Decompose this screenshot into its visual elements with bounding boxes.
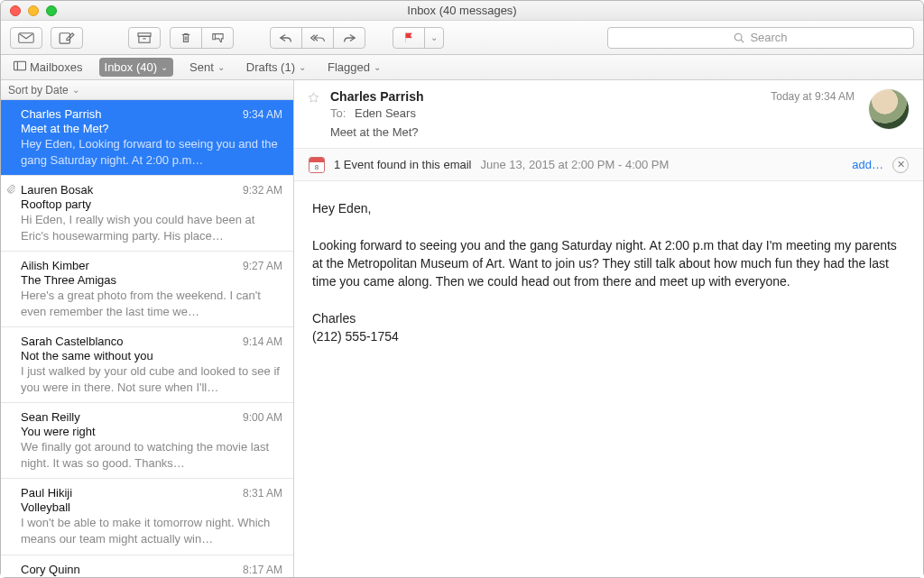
chevron-down-icon: ⌄ (161, 62, 168, 72)
reader-header: Charles Parrish Today at 9:34 AM To: Ede… (294, 80, 923, 149)
message-time: 9:32 AM (243, 184, 282, 197)
fav-flagged[interactable]: Flagged ⌄ (322, 58, 386, 77)
app-window: Inbox (40 messages) (0, 0, 924, 578)
message-from: Lauren Bosak (21, 183, 93, 197)
window-title: Inbox (40 messages) (407, 4, 516, 17)
svg-rect-7 (14, 61, 25, 70)
fav-inbox[interactable]: Inbox (40) ⌄ (99, 58, 174, 77)
reader-sender: Charles Parrish (330, 89, 424, 104)
message-row[interactable]: Ailish Kimber9:27 AMThe Three AmigasHere… (1, 252, 293, 327)
event-add-link[interactable]: add… (852, 158, 883, 171)
reader-date: Today at 9:34 AM (771, 90, 855, 103)
sender-avatar[interactable] (869, 89, 909, 129)
message-row[interactable]: Sarah Castelblanco9:14 AMNot the same wi… (1, 327, 293, 403)
message-row[interactable]: Cory Quinn8:17 AM (1, 555, 293, 577)
message-list-pane: Sort by Date ⌄ Charles Parrish9:34 AMMee… (1, 80, 294, 577)
fav-drafts[interactable]: Drafts (1) ⌄ (241, 58, 311, 77)
get-mail-button[interactable] (10, 27, 42, 49)
fav-flagged-label: Flagged (328, 60, 370, 74)
message-subject: Volleyball (21, 500, 282, 514)
svg-rect-1 (60, 32, 69, 42)
flag-menu-button[interactable]: ⌄ (424, 27, 444, 49)
event-time: June 13, 2015 at 2:00 PM - 4:00 PM (480, 158, 669, 171)
message-from: Cory Quinn (21, 563, 80, 576)
message-preview: Here's a great photo from the weekend. I… (21, 288, 282, 319)
main-split: Sort by Date ⌄ Charles Parrish9:34 AMMee… (1, 80, 923, 577)
archive-button[interactable] (128, 27, 161, 49)
message-row[interactable]: Charles Parrish9:34 AMMeet at the Met?He… (1, 100, 293, 176)
close-window-button[interactable] (10, 5, 21, 16)
reader-to: Eden Sears (355, 106, 416, 120)
message-from: Paul Hikiji (21, 486, 72, 500)
message-time: 8:17 AM (243, 564, 282, 576)
sidebar-icon (14, 60, 26, 74)
chevron-down-icon: ⌄ (299, 62, 306, 72)
compose-button[interactable] (51, 27, 83, 49)
mailboxes-toggle[interactable]: Mailboxes (8, 58, 88, 77)
message-from: Ailish Kimber (21, 259, 89, 272)
fav-inbox-label: Inbox (40) (105, 60, 158, 74)
sort-bar[interactable]: Sort by Date ⌄ (1, 80, 293, 100)
message-list: Charles Parrish9:34 AMMeet at the Met?He… (1, 100, 293, 577)
reader-pane: Charles Parrish Today at 9:34 AM To: Ede… (294, 80, 923, 577)
toolbar: ⌄ Search (1, 21, 923, 55)
message-time: 9:00 AM (243, 411, 282, 424)
close-icon: ✕ (897, 159, 905, 170)
envelope-icon (18, 32, 34, 44)
message-subject: Rooftop party (21, 197, 282, 211)
fav-sent-label: Sent (189, 60, 214, 74)
forward-icon (341, 32, 357, 44)
event-dismiss-button[interactable]: ✕ (892, 157, 909, 173)
compose-icon (59, 32, 75, 44)
reader-body: Hey Eden, Looking forward to seeing you … (294, 181, 923, 363)
reply-all-icon (310, 32, 326, 44)
message-from: Charles Parrish (21, 107, 102, 121)
message-preview: We finally got around to watching the mo… (21, 439, 282, 471)
search-placeholder: Search (750, 31, 787, 44)
window-controls (10, 5, 57, 16)
event-label: 1 Event found in this email (334, 158, 471, 171)
minimize-window-button[interactable] (28, 5, 39, 16)
zoom-window-button[interactable] (46, 5, 57, 16)
forward-button[interactable] (333, 27, 365, 49)
message-preview: Hey Eden, Looking forward to seeing you … (21, 136, 282, 168)
star-outline-icon (307, 91, 320, 105)
titlebar: Inbox (40 messages) (1, 1, 923, 21)
reply-icon (278, 32, 294, 44)
message-from: Sean Reilly (21, 410, 80, 424)
trash-icon (178, 32, 194, 44)
message-time: 9:14 AM (243, 335, 282, 348)
message-subject: Meet at the Met? (21, 122, 282, 135)
junk-button[interactable] (201, 27, 234, 49)
message-preview: I just walked by your old cube and looke… (21, 363, 282, 395)
reply-button[interactable] (270, 27, 302, 49)
attachment-icon (5, 184, 16, 197)
message-subject: Not the same without you (21, 349, 282, 362)
archive-icon (136, 32, 152, 44)
sort-label: Sort by Date (8, 84, 69, 96)
delete-button[interactable] (170, 27, 202, 49)
message-time: 9:34 AM (243, 108, 282, 121)
chevron-down-icon: ⌄ (217, 62, 225, 72)
mailboxes-label: Mailboxes (30, 60, 83, 74)
reply-all-button[interactable] (301, 27, 334, 49)
chevron-down-icon: ⌄ (72, 85, 79, 95)
favorites-bar: Mailboxes Inbox (40) ⌄ Sent ⌄ Drafts (1)… (1, 55, 923, 80)
vip-star-toggle[interactable] (307, 91, 320, 107)
message-subject: The Three Amigas (21, 273, 282, 287)
search-field[interactable]: Search (607, 27, 914, 49)
fav-sent[interactable]: Sent ⌄ (184, 58, 230, 77)
svg-rect-3 (139, 36, 150, 42)
fav-drafts-label: Drafts (1) (246, 60, 295, 74)
event-banner: 8 1 Event found in this email June 13, 2… (294, 149, 923, 181)
message-row[interactable]: Sean Reilly9:00 AMYou were rightWe final… (1, 403, 293, 479)
calendar-icon: 8 (309, 157, 325, 173)
message-row[interactable]: Lauren Bosak9:32 AMRooftop partyHi Eden,… (1, 176, 293, 252)
chevron-down-icon: ⌄ (430, 32, 438, 42)
flag-icon (401, 32, 417, 44)
message-subject: You were right (21, 425, 282, 438)
thumbs-down-icon (209, 32, 226, 44)
reader-to-line: To: Eden Sears (330, 106, 909, 120)
flag-button[interactable] (393, 27, 425, 49)
message-row[interactable]: Paul Hikiji8:31 AMVolleyballI won't be a… (1, 479, 293, 555)
